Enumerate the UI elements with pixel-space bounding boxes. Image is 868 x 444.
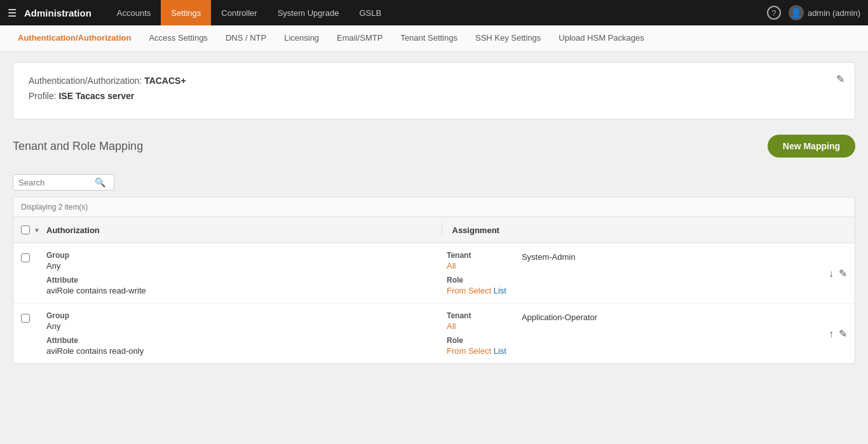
- row-actions: ↑ ✎: [829, 328, 847, 340]
- group-value: Any: [46, 321, 447, 331]
- profile-row: Profile: ISE Tacacs server: [29, 91, 839, 101]
- info-card: Authentication/Authorization: TACACS+ Pr…: [13, 62, 855, 119]
- section-title: Tenant and Role Mapping: [13, 140, 143, 153]
- table-meta: Displaying 2 item(s): [13, 198, 855, 217]
- col-authorization-header: Authorization: [46, 225, 442, 235]
- tenant-value: All: [447, 261, 506, 271]
- sub-link-tenant-settings[interactable]: Tenant Settings: [393, 25, 465, 51]
- auth-value: TACACS+: [144, 76, 186, 86]
- table-row: Group Any Attribute aviRole contains rea…: [13, 304, 855, 363]
- sub-nav: Authentication/AuthorizationAccess Setti…: [0, 25, 868, 52]
- select-all-checkbox[interactable]: [21, 225, 30, 234]
- row-actions: ↓ ✎: [829, 267, 847, 279]
- section-header: Tenant and Role Mapping New Mapping: [13, 135, 855, 158]
- sub-link-email-smtp[interactable]: Email/SMTP: [329, 25, 390, 51]
- header-checkbox-area: ▼: [21, 225, 46, 234]
- row-checkbox[interactable]: [21, 253, 30, 262]
- row-authorization: Group Any Attribute aviRole contains rea…: [46, 311, 447, 356]
- role-list-text: List: [494, 286, 506, 295]
- role-from-text: From Select: [447, 346, 491, 356]
- role-from-value: From Select List: [447, 286, 506, 295]
- role-label: Role: [447, 336, 506, 345]
- sub-link-ssh-key-settings[interactable]: SSH Key Settings: [468, 25, 548, 51]
- role-list-text: List: [494, 346, 506, 356]
- auth-label: Authentication/Authorization:: [29, 76, 142, 86]
- profile-label: Profile:: [29, 91, 57, 101]
- tenant-block: Tenant All Role From Select List: [447, 311, 506, 356]
- search-icon[interactable]: 🔍: [95, 177, 105, 187]
- attribute-label: Attribute: [46, 276, 447, 285]
- row-assignment: Tenant All Role From Select List Applica…: [447, 311, 847, 356]
- attribute-value: aviRole contains read-only: [46, 346, 447, 356]
- table-row: Group Any Attribute aviRole contains rea…: [13, 243, 855, 304]
- nav-link-controller[interactable]: Controller: [211, 0, 267, 25]
- row-checkbox-area: [21, 251, 46, 295]
- user-info[interactable]: 👤 admin (admin): [789, 5, 860, 20]
- main-content: Authentication/Authorization: TACACS+ Pr…: [0, 52, 868, 374]
- nav-link-system-upgrade[interactable]: System Upgrade: [268, 0, 349, 25]
- row-assignment: Tenant All Role From Select List System-…: [447, 251, 847, 295]
- col-assignment-header: Assignment: [452, 225, 848, 235]
- group-label: Group: [46, 251, 447, 260]
- attribute-value: aviRole contains read-write: [46, 286, 447, 295]
- user-avatar-icon: 👤: [789, 5, 804, 20]
- nav-link-gslb[interactable]: GSLB: [349, 0, 392, 25]
- role-system-value: System-Admin: [522, 252, 576, 262]
- move-up-icon[interactable]: ↑: [829, 328, 834, 339]
- row-checkbox-area: [21, 311, 46, 356]
- edit-icon[interactable]: ✎: [839, 328, 847, 340]
- attribute-label: Attribute: [46, 336, 447, 345]
- row-authorization: Group Any Attribute aviRole contains rea…: [46, 251, 447, 295]
- role-from-value: From Select List: [447, 346, 506, 356]
- table-container: Displaying 2 item(s) ▼ Authorization Ass…: [13, 197, 855, 364]
- user-label: admin (admin): [808, 8, 860, 18]
- sub-link-licensing[interactable]: Licensing: [276, 25, 327, 51]
- tenant-value: All: [447, 321, 506, 331]
- nav-link-settings[interactable]: Settings: [161, 0, 211, 25]
- edit-icon[interactable]: ✎: [839, 267, 847, 279]
- nav-links: AccountsSettingsControllerSystem Upgrade…: [107, 0, 767, 25]
- tenant-label: Tenant: [447, 251, 506, 260]
- tenant-block: Tenant All Role From Select List: [447, 251, 506, 295]
- row-checkbox[interactable]: [21, 314, 30, 323]
- chevron-down-icon[interactable]: ▼: [34, 227, 40, 234]
- group-value: Any: [46, 261, 447, 271]
- col-separator: [442, 224, 442, 236]
- move-down-icon[interactable]: ↓: [829, 267, 834, 279]
- right-icons: ? 👤 admin (admin): [767, 5, 860, 20]
- hamburger-icon[interactable]: ☰: [8, 7, 17, 19]
- group-label: Group: [46, 311, 447, 320]
- edit-icon[interactable]: ✎: [836, 73, 844, 85]
- profile-value: ISE Tacacs server: [58, 91, 134, 101]
- tenant-label: Tenant: [447, 311, 506, 320]
- sub-link-authentication-authorization[interactable]: Authentication/Authorization: [10, 25, 139, 51]
- auth-row: Authentication/Authorization: TACACS+: [29, 76, 839, 86]
- search-input-wrapper: 🔍: [13, 174, 114, 191]
- sub-link-upload-hsm-packages[interactable]: Upload HSM Packages: [551, 25, 651, 51]
- role-label: Role: [447, 276, 506, 285]
- table-header: ▼ Authorization Assignment: [13, 217, 855, 243]
- nav-link-accounts[interactable]: Accounts: [107, 0, 161, 25]
- app-title: Administration: [24, 8, 92, 18]
- sub-link-access-settings[interactable]: Access Settings: [141, 25, 215, 51]
- sub-link-dns-ntp[interactable]: DNS / NTP: [218, 25, 274, 51]
- role-system-value: Application-Operator: [522, 313, 597, 322]
- search-bar: 🔍: [13, 168, 855, 191]
- top-nav: ☰ Administration AccountsSettingsControl…: [0, 0, 868, 25]
- new-mapping-button[interactable]: New Mapping: [768, 135, 855, 158]
- help-icon[interactable]: ?: [767, 6, 781, 20]
- role-from-text: From Select: [447, 286, 491, 295]
- table-rows: Group Any Attribute aviRole contains rea…: [13, 243, 855, 363]
- search-input[interactable]: [18, 178, 95, 187]
